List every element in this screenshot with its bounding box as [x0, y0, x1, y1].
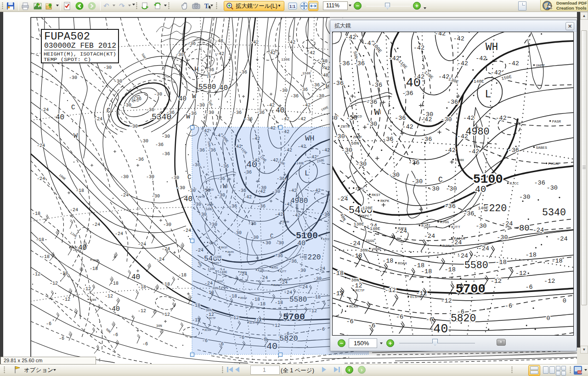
svg-text:PDF: PDF — [578, 371, 582, 374]
svg-text:T: T — [204, 2, 209, 10]
svg-text:1:1: 1:1 — [289, 4, 295, 9]
